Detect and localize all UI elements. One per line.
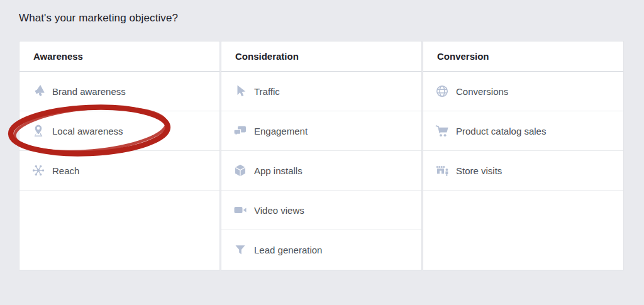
objective-label: Reach bbox=[52, 165, 79, 176]
storefront-icon bbox=[435, 163, 450, 178]
objective-label: Brand awareness bbox=[52, 86, 126, 97]
objective-label: Lead generation bbox=[254, 245, 322, 255]
objective-label: Traffic bbox=[254, 86, 280, 97]
objective-label: Video views bbox=[254, 205, 304, 216]
funnel-icon bbox=[233, 242, 248, 257]
marketing-objective-table: Awareness Brand awareness Local aware bbox=[19, 41, 624, 270]
megaphone-icon bbox=[31, 84, 46, 99]
shopping-cart-icon bbox=[435, 123, 450, 138]
objective-lead-generation[interactable]: Lead generation bbox=[221, 230, 421, 269]
reach-hub-icon bbox=[31, 163, 46, 178]
page-title: What's your marketing objective? bbox=[19, 12, 178, 25]
column-conversion: Conversion Conversions Product bbox=[423, 41, 624, 270]
objective-label: Conversions bbox=[456, 86, 508, 97]
objective-local-awareness[interactable]: Local awareness bbox=[19, 111, 219, 151]
objective-app-installs[interactable]: App installs bbox=[221, 151, 421, 191]
objective-brand-awareness[interactable]: Brand awareness bbox=[19, 72, 219, 111]
location-pin-icon bbox=[31, 123, 46, 138]
empty-cell bbox=[423, 191, 623, 270]
column-consideration: Consideration Traffic Engagement bbox=[221, 41, 422, 270]
column-header-conversion: Conversion bbox=[423, 42, 623, 72]
column-header-consideration: Consideration bbox=[221, 42, 421, 72]
objective-label: Engagement bbox=[254, 126, 308, 136]
video-camera-icon bbox=[233, 202, 248, 218]
objective-label: App installs bbox=[254, 165, 303, 176]
objective-label: Product catalog sales bbox=[456, 126, 546, 136]
objective-video-views[interactable]: Video views bbox=[221, 191, 421, 230]
objective-product-catalog-sales[interactable]: Product catalog sales bbox=[423, 111, 623, 151]
objective-label: Local awareness bbox=[52, 126, 123, 136]
objective-traffic[interactable]: Traffic bbox=[221, 72, 421, 111]
cube-icon bbox=[233, 163, 248, 178]
column-awareness: Awareness Brand awareness Local aware bbox=[19, 41, 220, 270]
globe-icon bbox=[435, 84, 450, 99]
objective-conversions[interactable]: Conversions bbox=[423, 72, 623, 111]
objective-engagement[interactable]: Engagement bbox=[221, 111, 421, 151]
column-header-awareness: Awareness bbox=[19, 42, 219, 72]
cursor-icon bbox=[233, 84, 248, 99]
empty-cell bbox=[19, 191, 219, 270]
objective-label: Store visits bbox=[456, 165, 502, 176]
objective-store-visits[interactable]: Store visits bbox=[423, 151, 623, 191]
speech-bubbles-icon bbox=[233, 123, 248, 138]
objective-reach[interactable]: Reach bbox=[19, 151, 219, 191]
